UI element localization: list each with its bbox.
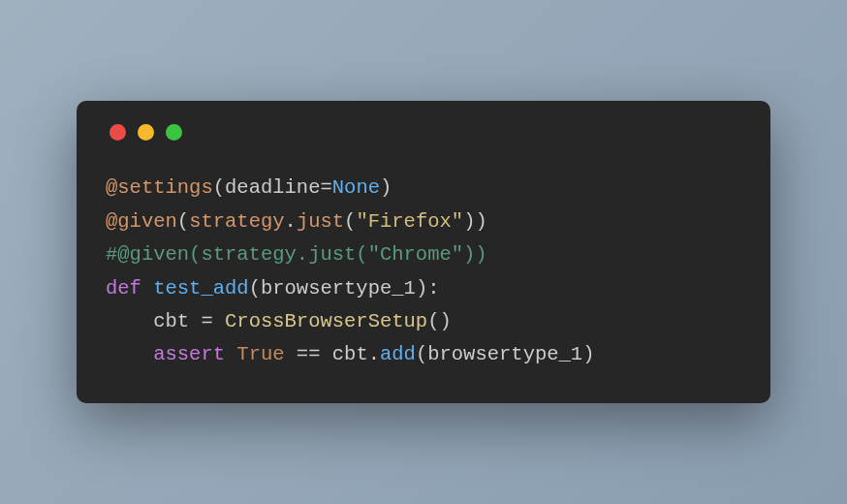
minimize-icon[interactable] bbox=[138, 124, 154, 141]
method-name: just bbox=[297, 210, 344, 233]
close-paren: ) bbox=[380, 176, 392, 199]
param-name: deadline bbox=[225, 176, 320, 199]
param-name: browsertype_1 bbox=[261, 277, 416, 299]
close-paren: ) bbox=[582, 343, 594, 365]
open-paren: ( bbox=[213, 176, 225, 199]
code-line-1: @settings(deadline=None) bbox=[106, 176, 392, 199]
class-name: CrossBrowserSetup bbox=[225, 310, 427, 332]
equals-sign: = bbox=[320, 176, 331, 199]
code-line-2: @given(strategy.just("Firefox")) bbox=[106, 210, 487, 233]
at-symbol: @ bbox=[106, 210, 117, 233]
assert-keyword: assert bbox=[153, 343, 225, 365]
code-line-4: def test_add(browsertype_1): bbox=[106, 277, 440, 299]
open-paren: ( bbox=[249, 277, 261, 299]
string-literal: "Firefox" bbox=[356, 210, 463, 233]
open-paren: ( bbox=[416, 343, 427, 365]
close-parens: )) bbox=[463, 210, 487, 233]
object-name: strategy bbox=[189, 210, 284, 233]
window-titlebar bbox=[110, 124, 741, 141]
code-line-5: cbt = CrossBrowserSetup() bbox=[106, 310, 452, 332]
param-name: browsertype_1 bbox=[427, 343, 582, 365]
variable-name: cbt bbox=[153, 310, 189, 332]
none-value: None bbox=[332, 176, 380, 199]
close-icon[interactable] bbox=[110, 124, 126, 141]
code-window: @settings(deadline=None) @given(strategy… bbox=[77, 101, 770, 403]
def-keyword: def bbox=[106, 277, 141, 299]
decorator-name: given bbox=[117, 210, 177, 233]
maximize-icon[interactable] bbox=[166, 124, 182, 141]
at-symbol: @ bbox=[106, 176, 117, 199]
comment-line: #@given(strategy.just("Chrome")) bbox=[106, 243, 487, 266]
code-line-3: #@given(strategy.just("Chrome")) bbox=[106, 243, 487, 266]
code-line-6: assert True == cbt.add(browsertype_1) bbox=[106, 343, 594, 365]
dot: . bbox=[285, 210, 297, 233]
true-literal: True bbox=[236, 343, 284, 365]
equals-compare: == bbox=[285, 343, 332, 365]
decorator-name: settings bbox=[117, 176, 212, 199]
code-block: @settings(deadline=None) @given(strategy… bbox=[106, 172, 741, 372]
parens: () bbox=[427, 310, 452, 332]
close-colon: ): bbox=[416, 277, 440, 299]
open-paren: ( bbox=[177, 210, 189, 233]
variable-name: cbt bbox=[332, 343, 368, 365]
method-name: add bbox=[380, 343, 416, 365]
function-name: test_add bbox=[153, 277, 248, 299]
open-paren: ( bbox=[344, 210, 356, 233]
dot: . bbox=[368, 343, 380, 365]
equals-assign: = bbox=[189, 310, 225, 332]
